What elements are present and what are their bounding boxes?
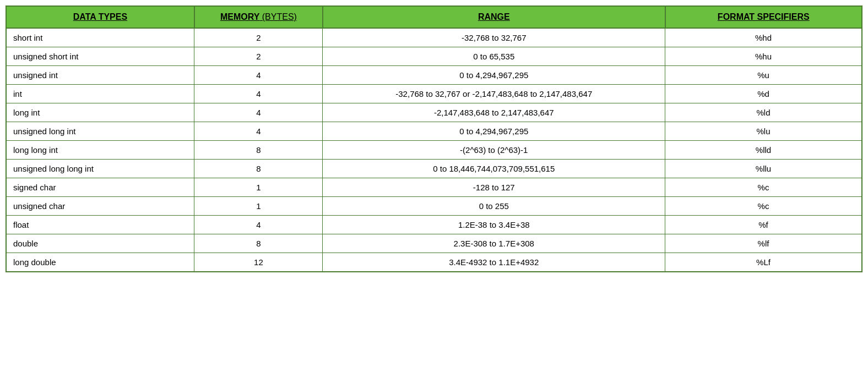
cell-memory: 8 — [194, 234, 323, 253]
header-data-types: DATA TYPES — [6, 6, 194, 28]
cell-format: %llu — [665, 160, 862, 178]
header-range: RANGE — [323, 6, 665, 28]
cell-data-type: unsigned char — [6, 197, 194, 216]
cell-range: 0 to 4,294,967,295 — [323, 66, 665, 85]
header-memory: MEMORY (BYTES) — [194, 6, 323, 28]
cell-data-type: long double — [6, 253, 194, 272]
cell-format: %Lf — [665, 253, 862, 272]
table-header-row: DATA TYPES MEMORY (BYTES) RANGE FORMAT S… — [6, 6, 862, 28]
cell-memory: 2 — [194, 47, 323, 66]
cell-range: -128 to 127 — [323, 178, 665, 197]
table-row: long double123.4E-4932 to 1.1E+4932%Lf — [6, 253, 862, 272]
table-row: long int4-2,147,483,648 to 2,147,483,647… — [6, 103, 862, 122]
cell-data-type: int — [6, 85, 194, 103]
cell-data-type: long long int — [6, 141, 194, 160]
table-row: float41.2E-38 to 3.4E+38%f — [6, 216, 862, 234]
table-row: unsigned short int20 to 65,535%hu — [6, 47, 862, 66]
cell-memory: 4 — [194, 216, 323, 234]
cell-memory: 4 — [194, 85, 323, 103]
cell-range: -2,147,483,648 to 2,147,483,647 — [323, 103, 665, 122]
header-memory-label: MEMORY — [220, 12, 259, 21]
cell-format: %c — [665, 197, 862, 216]
cell-range: 2.3E-308 to 1.7E+308 — [323, 234, 665, 253]
cell-range: -32,768 to 32,767 — [323, 28, 665, 47]
cell-format: %d — [665, 85, 862, 103]
table-row: signed char1-128 to 127%c — [6, 178, 862, 197]
cell-format: %lld — [665, 141, 862, 160]
data-types-table-wrapper: DATA TYPES MEMORY (BYTES) RANGE FORMAT S… — [6, 6, 862, 272]
table-row: unsigned int40 to 4,294,967,295%u — [6, 66, 862, 85]
cell-range: -(2^63) to (2^63)-1 — [323, 141, 665, 160]
cell-format: %hd — [665, 28, 862, 47]
table-row: unsigned char10 to 255%c — [6, 197, 862, 216]
table-row: long long int8-(2^63) to (2^63)-1%lld — [6, 141, 862, 160]
cell-data-type: unsigned long long int — [6, 160, 194, 178]
cell-memory: 4 — [194, 103, 323, 122]
cell-data-type: unsigned short int — [6, 47, 194, 66]
cell-range: 0 to 255 — [323, 197, 665, 216]
cell-range: -32,768 to 32,767 or -2,147,483,648 to 2… — [323, 85, 665, 103]
cell-data-type: float — [6, 216, 194, 234]
cell-data-type: short int — [6, 28, 194, 47]
cell-memory: 8 — [194, 141, 323, 160]
cell-format: %lu — [665, 122, 862, 141]
header-data-types-label: DATA TYPES — [73, 12, 127, 21]
cell-data-type: long int — [6, 103, 194, 122]
cell-data-type: signed char — [6, 178, 194, 197]
table-row: int4-32,768 to 32,767 or -2,147,483,648 … — [6, 85, 862, 103]
cell-data-type: unsigned int — [6, 66, 194, 85]
cell-memory: 4 — [194, 66, 323, 85]
cell-range: 0 to 18,446,744,073,709,551,615 — [323, 160, 665, 178]
cell-data-type: unsigned long int — [6, 122, 194, 141]
header-range-label: RANGE — [478, 12, 510, 21]
cell-memory: 4 — [194, 122, 323, 141]
header-format-specifiers: FORMAT SPECIFIERS — [665, 6, 862, 28]
cell-memory: 8 — [194, 160, 323, 178]
cell-format: %hu — [665, 47, 862, 66]
cell-format: %u — [665, 66, 862, 85]
cell-memory: 1 — [194, 178, 323, 197]
header-memory-note: (BYTES) — [259, 12, 297, 21]
cell-format: %f — [665, 216, 862, 234]
cell-data-type: double — [6, 234, 194, 253]
cell-memory: 1 — [194, 197, 323, 216]
cell-memory: 12 — [194, 253, 323, 272]
header-format-specifiers-label: FORMAT SPECIFIERS — [718, 12, 810, 21]
cell-range: 1.2E-38 to 3.4E+38 — [323, 216, 665, 234]
cell-range: 0 to 65,535 — [323, 47, 665, 66]
cell-format: %lf — [665, 234, 862, 253]
cell-range: 3.4E-4932 to 1.1E+4932 — [323, 253, 665, 272]
cell-format: %ld — [665, 103, 862, 122]
table-row: unsigned long int40 to 4,294,967,295%lu — [6, 122, 862, 141]
table-row: unsigned long long int80 to 18,446,744,0… — [6, 160, 862, 178]
table-body: short int2-32,768 to 32,767%hdunsigned s… — [6, 28, 862, 272]
data-types-table: DATA TYPES MEMORY (BYTES) RANGE FORMAT S… — [6, 6, 862, 272]
cell-memory: 2 — [194, 28, 323, 47]
table-row: short int2-32,768 to 32,767%hd — [6, 28, 862, 47]
table-row: double82.3E-308 to 1.7E+308%lf — [6, 234, 862, 253]
cell-format: %c — [665, 178, 862, 197]
cell-range: 0 to 4,294,967,295 — [323, 122, 665, 141]
